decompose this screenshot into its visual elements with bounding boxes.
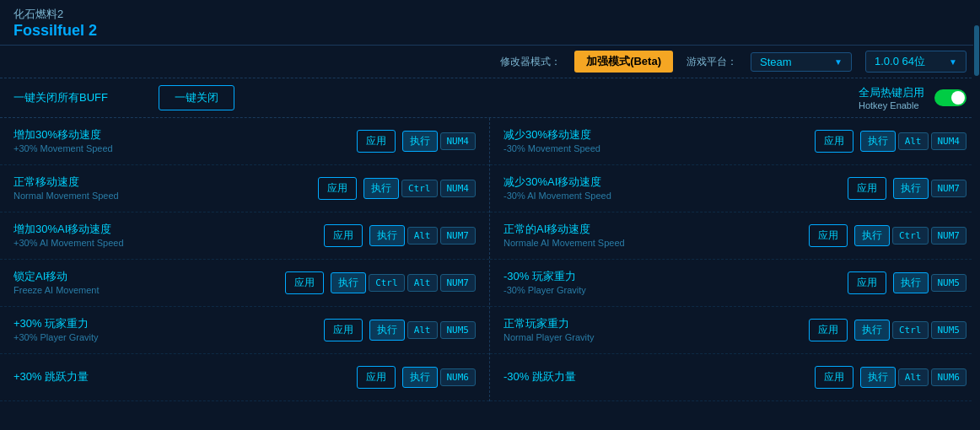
hotkey-combo: 执行AltNUM7 xyxy=(369,225,476,246)
buff-name-cn: +30% 玩家重力 xyxy=(13,317,317,331)
table-row: 减少30%移动速度-30% Movement Speed应用执行AltNUM4 xyxy=(490,118,980,165)
buff-info: 正常的AI移动速度Normale AI Movement Speed xyxy=(503,223,802,249)
apply-button[interactable]: 应用 xyxy=(809,319,848,341)
buff-info: 正常移动速度Normal Movement Speed xyxy=(13,175,311,202)
apply-button[interactable]: 应用 xyxy=(318,177,357,200)
key-badge: Alt xyxy=(898,368,929,386)
key-badge: Alt xyxy=(407,274,438,292)
buff-name-en: -30% Movement Speed xyxy=(503,142,808,154)
platform-label: 游戏平台： xyxy=(687,55,737,69)
header: 化石燃料2 Fossilfuel 2 xyxy=(0,0,980,46)
buff-name-cn: 正常玩家重力 xyxy=(503,317,802,331)
buff-name-cn: 锁定AI移动 xyxy=(13,270,278,284)
table-row: 锁定AI移动Freeze AI Movement应用执行CtrlAltNUM7 xyxy=(0,260,489,307)
buff-info: -30% 跳跃力量 xyxy=(503,370,808,384)
apply-button[interactable]: 应用 xyxy=(324,319,363,341)
buff-name-en: Freeze AI Movement xyxy=(13,284,278,296)
buff-name-en: -30% AI Movement Speed xyxy=(503,190,841,202)
table-row: -30% 跳跃力量应用执行AltNUM6 xyxy=(490,354,980,401)
table-row: -30% 玩家重力-30% Player Gravity应用执行NUM5 xyxy=(490,260,980,307)
buff-name-cn: -30% 跳跃力量 xyxy=(503,370,808,384)
buff-name-cn: 正常的AI移动速度 xyxy=(503,223,802,237)
table-row: 增加30%AI移动速度+30% AI Movement Speed应用执行Alt… xyxy=(0,212,489,260)
scrollbar[interactable] xyxy=(973,0,980,401)
buff-name-en: +30% AI Movement Speed xyxy=(13,237,317,249)
buff-name-en: +30% Movement Speed xyxy=(13,142,350,154)
table-row: 正常的AI移动速度Normale AI Movement Speed应用执行Ct… xyxy=(490,212,980,260)
key-badge: NUM6 xyxy=(931,368,967,386)
buff-name-en: Normal Player Gravity xyxy=(503,331,802,343)
key-badge: Ctrl xyxy=(892,227,929,245)
exec-button[interactable]: 执行 xyxy=(893,272,929,293)
scrollbar-thumb[interactable] xyxy=(974,25,979,76)
exec-button[interactable]: 执行 xyxy=(402,131,438,152)
buff-name-en: +30% Player Gravity xyxy=(13,331,317,343)
apply-button[interactable]: 应用 xyxy=(357,366,396,389)
key-badge: Alt xyxy=(407,227,438,245)
apply-button[interactable]: 应用 xyxy=(357,130,396,153)
key-badge: NUM4 xyxy=(440,180,477,197)
apply-button[interactable]: 应用 xyxy=(285,271,324,294)
right-column: 减少30%移动速度-30% Movement Speed应用执行AltNUM4减… xyxy=(490,118,980,401)
buff-name-cn: 增加30%移动速度 xyxy=(13,128,350,142)
key-badge: Ctrl xyxy=(401,180,438,197)
apply-button[interactable]: 应用 xyxy=(848,271,886,294)
buff-name-cn: 减少30%移动速度 xyxy=(503,128,808,142)
apply-button[interactable]: 应用 xyxy=(815,366,853,389)
buff-info: 正常玩家重力Normal Player Gravity xyxy=(503,317,802,343)
key-badge: NUM5 xyxy=(931,321,967,339)
hotkey-combo: 执行CtrlAltNUM7 xyxy=(331,272,476,293)
exec-button[interactable]: 执行 xyxy=(893,178,929,199)
exec-button[interactable]: 执行 xyxy=(369,225,405,246)
hotkey-label-en: Hotkey Enable xyxy=(859,100,924,110)
platform-select[interactable]: Steam ▼ xyxy=(751,52,852,72)
exec-button[interactable]: 执行 xyxy=(860,131,896,152)
hotkey-section: 全局热键启用 Hotkey Enable xyxy=(859,85,967,110)
key-badge: NUM5 xyxy=(440,321,477,339)
apply-button[interactable]: 应用 xyxy=(848,177,886,200)
mode-button[interactable]: 加强模式(Beta) xyxy=(574,51,673,73)
title-cn: 化石燃料2 xyxy=(13,7,967,22)
close-all-label: 一键关闭所有BUFF xyxy=(13,90,108,105)
buff-info: +30% 跳跃力量 xyxy=(13,370,350,384)
exec-button[interactable]: 执行 xyxy=(854,225,890,246)
buff-name-cn: -30% 玩家重力 xyxy=(503,270,841,284)
key-badge: Ctrl xyxy=(369,274,405,292)
exec-button[interactable]: 执行 xyxy=(369,320,405,341)
exec-button[interactable]: 执行 xyxy=(331,272,366,293)
buff-name-en: Normal Movement Speed xyxy=(13,190,311,202)
version-select[interactable]: 1.0.0 64位 ▼ xyxy=(865,51,967,73)
key-badge: Alt xyxy=(407,321,438,339)
hotkey-combo: 执行CtrlNUM7 xyxy=(854,225,967,246)
buff-info: 减少30%移动速度-30% Movement Speed xyxy=(503,128,808,154)
key-badge: NUM5 xyxy=(931,274,967,292)
top-bar: 修改器模式： 加强模式(Beta) 游戏平台： Steam ▼ 1.0.0 64… xyxy=(0,46,980,78)
apply-button[interactable]: 应用 xyxy=(815,130,853,153)
exec-button[interactable]: 执行 xyxy=(363,178,399,199)
key-badge: NUM4 xyxy=(931,132,967,150)
table-row: 减少30%AI移动速度-30% AI Movement Speed应用执行NUM… xyxy=(490,165,980,212)
hotkey-combo: 执行NUM7 xyxy=(893,178,967,199)
hotkey-combo: 执行CtrlNUM4 xyxy=(363,178,476,199)
buff-name-cn: +30% 跳跃力量 xyxy=(13,370,350,384)
apply-button[interactable]: 应用 xyxy=(809,224,848,247)
buff-name-cn: 正常移动速度 xyxy=(13,175,311,190)
hotkey-combo: 执行NUM5 xyxy=(893,272,967,293)
key-badge: NUM6 xyxy=(440,368,477,386)
exec-button[interactable]: 执行 xyxy=(854,320,890,341)
close-all-button[interactable]: 一键关闭 xyxy=(159,85,234,110)
version-value: 1.0.0 64位 xyxy=(875,54,925,69)
hotkey-combo: 执行AltNUM4 xyxy=(860,131,967,152)
hotkey-combo: 执行AltNUM6 xyxy=(860,367,967,388)
apply-button[interactable]: 应用 xyxy=(324,224,363,247)
exec-button[interactable]: 执行 xyxy=(402,367,438,388)
key-badge: Alt xyxy=(898,132,929,150)
table-row: +30% 玩家重力+30% Player Gravity应用执行AltNUM5 xyxy=(0,307,489,354)
buff-info: 增加30%移动速度+30% Movement Speed xyxy=(13,128,350,154)
table-row: 正常玩家重力Normal Player Gravity应用执行CtrlNUM5 xyxy=(490,307,980,354)
table-row: 正常移动速度Normal Movement Speed应用执行CtrlNUM4 xyxy=(0,165,489,212)
exec-button[interactable]: 执行 xyxy=(860,367,896,388)
key-badge: NUM7 xyxy=(440,227,477,245)
hotkey-toggle[interactable] xyxy=(934,89,967,106)
hotkey-combo: 执行NUM6 xyxy=(402,367,477,388)
